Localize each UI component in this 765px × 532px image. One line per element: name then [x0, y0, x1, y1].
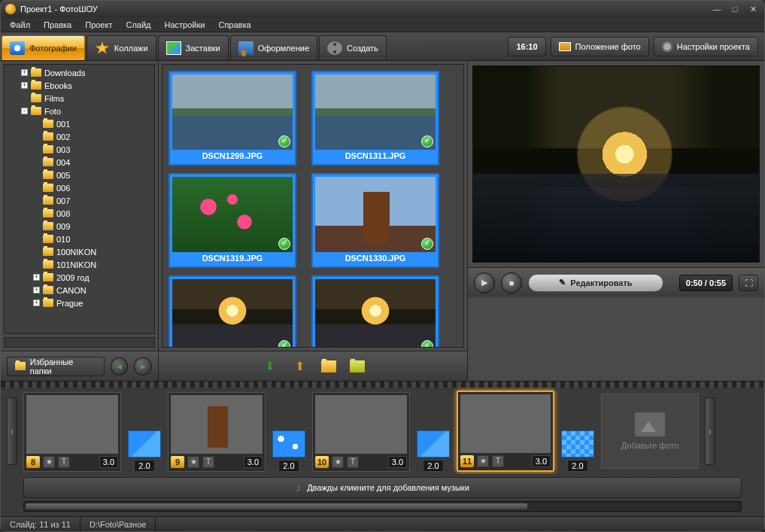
slide-duration[interactable]: 3.0 [244, 456, 263, 468]
tree-item[interactable]: 101NIKON [6, 258, 153, 271]
menu-file[interactable]: Файл [4, 19, 36, 31]
slide-text-button[interactable]: T [347, 456, 359, 468]
tree-item[interactable]: +Downloads [6, 66, 153, 79]
tab-titles[interactable]: Заставки [158, 35, 229, 60]
transition-duration[interactable]: 2.0 [423, 460, 443, 472]
tree-item[interactable]: 008 [6, 207, 153, 220]
open-folder-button[interactable] [321, 360, 336, 372]
tree-item[interactable]: 010 [6, 233, 153, 245]
slide-effects-button[interactable]: ★ [187, 456, 199, 468]
edit-slide-button[interactable]: ✎ Редактировать [528, 274, 663, 292]
transition-duration[interactable]: 2.0 [134, 460, 154, 472]
slide-text-button[interactable]: T [58, 456, 70, 468]
folder-icon [31, 68, 41, 77]
slide-text-button[interactable]: T [202, 456, 214, 468]
maximize-button[interactable]: □ [728, 4, 742, 14]
thumbnail[interactable]: DSCN1330.JPG [311, 173, 439, 268]
tree-item[interactable]: 001 [6, 117, 153, 130]
toolbar-right: 16:10 Положение фото Настройки проекта [502, 32, 764, 60]
tree-item[interactable]: +Ebooks [6, 79, 153, 92]
tree-toggle[interactable]: - [21, 108, 28, 114]
timeline-scrollbar[interactable] [23, 501, 742, 512]
tab-design[interactable]: Оформление [230, 35, 317, 60]
tree-toggle[interactable]: + [21, 82, 28, 89]
tree-toggle[interactable]: + [21, 69, 28, 76]
project-settings-button[interactable]: Настройки проекта [654, 37, 758, 56]
tree-item[interactable]: 007 [6, 194, 153, 207]
add-photo-slot[interactable]: Добавьте фото [601, 394, 699, 469]
transition-thumbnail[interactable] [128, 430, 161, 458]
slide-text-button[interactable]: T [492, 455, 504, 467]
thumbnail[interactable]: DSCN1352.JPG [168, 275, 296, 348]
menu-edit[interactable]: Правка [38, 19, 77, 31]
tree-item[interactable]: 009 [6, 220, 153, 233]
nav-back-button[interactable]: ◄ [111, 357, 129, 375]
timeline-slide[interactable]: 10★T3.0 [312, 392, 410, 472]
tree-item[interactable]: 005 [6, 169, 153, 181]
slide-effects-button[interactable]: ★ [477, 455, 489, 467]
tree-item[interactable]: 004 [6, 156, 153, 169]
tree-item[interactable]: 006 [6, 181, 153, 194]
fullscreen-button[interactable]: ⛶ [739, 275, 758, 291]
slide-duration[interactable]: 3.0 [388, 456, 407, 468]
tab-collages[interactable]: Коллажи [87, 35, 156, 60]
thumbnail[interactable]: DSCN1319.JPG [168, 173, 296, 268]
stop-button[interactable]: ■ [501, 272, 522, 293]
timeline-slide[interactable]: 9★T3.0 [168, 392, 266, 472]
play-button[interactable]: ▶ [474, 272, 495, 293]
timeline-slide[interactable]: 8★T3.0 [23, 392, 121, 472]
thumbnail[interactable]: DSCN1366.JPG [311, 275, 439, 348]
tree-item[interactable]: 003 [6, 143, 153, 156]
tree-toggle[interactable]: + [33, 287, 40, 293]
tree-item[interactable]: +CANON [6, 284, 153, 296]
timeline-slide[interactable]: 11★T3.0 [457, 391, 554, 472]
folder-icon [31, 94, 41, 102]
preview-viewport [472, 65, 760, 263]
aspect-ratio-button[interactable]: 16:10 [508, 37, 545, 56]
transition-duration[interactable]: 2.0 [567, 460, 587, 472]
open-folder-alt-button[interactable] [350, 360, 365, 372]
slide-effects-button[interactable]: ★ [43, 456, 55, 468]
tab-photos[interactable]: Фотографии [2, 35, 85, 60]
menu-help[interactable]: Справка [212, 19, 257, 31]
nav-forward-button[interactable]: ► [134, 357, 152, 375]
folder-tree[interactable]: +Downloads+EbooksFilms-Foto0010020030040… [4, 64, 155, 334]
tree-h-scrollbar[interactable] [4, 337, 155, 348]
transition-thumbnail[interactable] [272, 430, 305, 458]
tab-create[interactable]: Создать [319, 35, 387, 60]
transition-thumbnail[interactable] [417, 430, 450, 458]
timeline-scroll-left[interactable]: ‹ [7, 397, 17, 465]
minimize-button[interactable]: — [710, 4, 724, 14]
menu-project[interactable]: Проект [79, 19, 118, 31]
timeline-scroll-right[interactable]: › [705, 397, 715, 465]
add-to-timeline-button[interactable]: ⬇ [261, 358, 278, 375]
add-music-bar[interactable]: ♪ Дважды кликните для добавления музыки [23, 477, 742, 498]
transition-thumbnail[interactable] [561, 430, 594, 458]
slide-duration[interactable]: 3.0 [99, 456, 118, 468]
tree-toggle[interactable]: + [33, 274, 40, 281]
folder-icon [43, 235, 53, 243]
tree-item[interactable]: 100NIKON [6, 245, 153, 258]
frame-icon [559, 42, 571, 51]
slide-duration[interactable]: 3.0 [532, 455, 551, 467]
thumbnail[interactable]: DSCN1311.JPG [311, 71, 439, 166]
menu-settings[interactable]: Настройки [159, 19, 211, 31]
thumbnail[interactable]: DSCN1299.JPG [168, 71, 296, 166]
folder-pane: +Downloads+EbooksFilms-Foto0010020030040… [1, 61, 159, 381]
slide-effects-button[interactable]: ★ [332, 456, 344, 468]
tree-item[interactable]: +Prague [6, 296, 153, 309]
menu-slide[interactable]: Слайд [120, 19, 156, 31]
favorites-button[interactable]: Избранные папки [7, 357, 105, 376]
project-settings-label: Настройки проекта [677, 42, 750, 51]
tree-item[interactable]: +2009 год [6, 271, 153, 284]
remove-from-timeline-button[interactable]: ⬆ [291, 358, 308, 375]
tree-item[interactable]: -Foto [6, 105, 153, 117]
timeline[interactable]: ‹ 8★T3.02.09★T3.02.010★T3.02.011★T3.02.0… [1, 388, 764, 474]
tree-item[interactable]: 002 [6, 130, 153, 143]
transition-duration[interactable]: 2.0 [278, 460, 299, 472]
tree-item[interactable]: Films [6, 92, 153, 105]
close-button[interactable]: ✕ [746, 4, 760, 14]
photo-position-button[interactable]: Положение фото [551, 37, 649, 56]
app-icon [5, 4, 16, 14]
tree-toggle[interactable]: + [33, 299, 40, 306]
